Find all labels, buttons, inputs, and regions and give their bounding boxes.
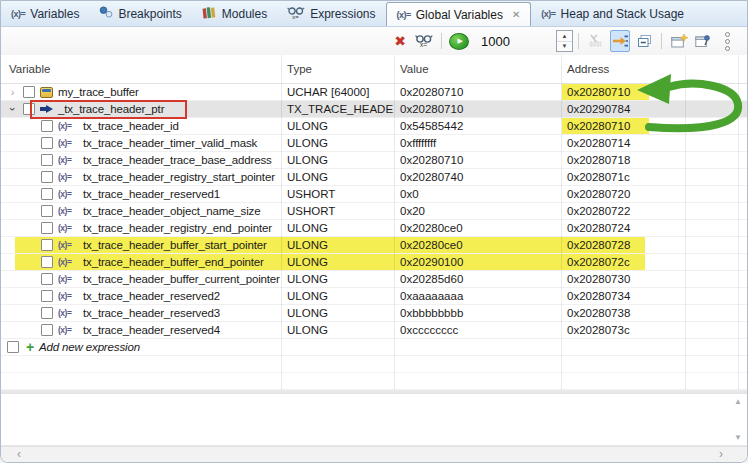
variable-name: tx_trace_header_buffer_end_pointer	[83, 254, 264, 270]
table-row[interactable]: (x)= tx_trace_header_object_name_size US…	[1, 203, 747, 220]
row-extra-space	[685, 220, 747, 236]
scroll-left-icon[interactable]: ‹	[17, 447, 21, 462]
variable-type: ULONG	[281, 271, 394, 287]
link-with-selection-icon[interactable]	[610, 30, 630, 52]
row-extra-space	[685, 118, 747, 134]
tab-breakpoints[interactable]: Breakpoints	[89, 1, 191, 26]
variable-value: 0x20280ce0	[394, 237, 561, 253]
row-checkbox[interactable]	[41, 290, 53, 302]
row-checkbox[interactable]	[41, 256, 53, 268]
close-icon[interactable]: ✕	[512, 9, 520, 20]
tab-expressions[interactable]: x= Expressions	[277, 1, 385, 26]
view-tabbar: (x)= Variables Breakpoints Modules x= Ex…	[1, 1, 747, 27]
row-checkbox[interactable]	[41, 239, 53, 251]
empty-cell	[685, 339, 747, 355]
expand-chevron-icon[interactable]	[6, 101, 19, 117]
row-checkbox[interactable]	[41, 307, 53, 319]
table-header: Variable Type Value Address	[1, 55, 747, 84]
table-row[interactable]: (x)= tx_trace_header_buffer_start_pointe…	[1, 237, 747, 254]
variable-icon: (x)=	[58, 203, 78, 219]
row-extra-space	[685, 84, 747, 100]
variable-name: tx_trace_header_object_name_size	[83, 203, 260, 219]
variable-icon: (x)=	[58, 169, 78, 185]
table-row[interactable]: (x)= tx_trace_header_reserved4 ULONG 0xc…	[1, 322, 747, 339]
table-row[interactable]: (x)= tx_trace_header_id ULONG 0x54585442…	[1, 118, 747, 135]
spinner-down-icon[interactable]: ▼	[557, 42, 572, 52]
watch-expression-icon[interactable]: x=	[414, 30, 434, 52]
row-checkbox[interactable]	[41, 222, 53, 234]
variable-name: tx_trace_header_id	[83, 118, 179, 134]
column-header-variable[interactable]: Variable	[1, 63, 281, 75]
column-header-value[interactable]: Value	[394, 63, 561, 75]
play-icon: ▶	[457, 37, 462, 45]
expand-chevron-icon[interactable]	[6, 84, 19, 100]
tab-modules[interactable]: Modules	[192, 1, 277, 26]
row-checkbox[interactable]	[41, 154, 53, 166]
variable-address: 0x2028073c	[561, 322, 685, 338]
view-menu-icon[interactable]	[717, 30, 737, 52]
row-checkbox[interactable]	[41, 171, 53, 183]
row-checkbox[interactable]	[41, 324, 53, 336]
variable-name: tx_trace_header_reserved3	[83, 305, 220, 321]
variable-address: 0x2028071c	[561, 169, 685, 185]
variable-value: 0xcccccccc	[394, 322, 561, 338]
variable-value: 0xaaaaaaaa	[394, 288, 561, 304]
spinner-up-icon[interactable]: ▲	[557, 31, 572, 42]
table-row[interactable]: (x)= tx_trace_header_reserved3 ULONG 0xb…	[1, 305, 747, 322]
add-new-expression-row[interactable]: +Add new expression	[1, 339, 747, 356]
refresh-interval-value[interactable]: 1000	[481, 34, 510, 49]
table-row[interactable]: _tx_trace_header_ptr TX_TRACE_HEADE... 0…	[1, 101, 747, 118]
table-row[interactable]: (x)= tx_trace_header_buffer_current_poin…	[1, 271, 747, 288]
row-checkbox[interactable]	[23, 103, 35, 115]
row-extra-space	[685, 101, 747, 117]
variable-address: 0x20280728	[561, 237, 685, 253]
table-row[interactable]: (x)= tx_trace_header_reserved2 ULONG 0xa…	[1, 288, 747, 305]
column-header-address[interactable]: Address	[561, 63, 685, 75]
scroll-right-icon[interactable]: ›	[719, 447, 723, 462]
row-extra-space	[685, 135, 747, 151]
scroll-up-icon[interactable]: ▲	[734, 397, 742, 406]
horizontal-scrollbar[interactable]: ‹ ›	[1, 446, 747, 462]
table-row[interactable]: (x)= tx_trace_header_registry_start_poin…	[1, 169, 747, 186]
row-checkbox[interactable]	[23, 86, 35, 98]
row-checkbox[interactable]	[41, 205, 53, 217]
vertical-scrollbar[interactable]: ▲ ▼	[731, 394, 745, 445]
column-header-type[interactable]: Type	[281, 63, 394, 75]
remove-all-icon[interactable]: ✖	[390, 30, 410, 52]
variable-icon: (x)=	[58, 254, 78, 270]
detail-pane[interactable]: ▲ ▼	[1, 394, 747, 446]
open-new-view-icon[interactable]	[669, 30, 689, 52]
row-checkbox[interactable]	[7, 341, 19, 353]
row-checkbox[interactable]	[41, 120, 53, 132]
variable-name: tx_trace_header_trace_base_address	[83, 152, 272, 168]
refresh-run-icon[interactable]: ▶	[449, 33, 469, 50]
row-extra-space	[685, 203, 747, 219]
variable-name: tx_trace_header_reserved1	[83, 186, 220, 202]
variable-type: ULONG	[281, 118, 394, 134]
interval-spinner[interactable]: ▲▼	[556, 30, 573, 52]
scroll-down-icon[interactable]: ▼	[734, 433, 742, 442]
variable-type: TX_TRACE_HEADE...	[281, 101, 394, 117]
table-row[interactable]: (x)= tx_trace_header_reserved1 USHORT 0x…	[1, 186, 747, 203]
variable-address: 0x20280724	[561, 220, 685, 236]
table-row[interactable]: (x)= tx_trace_header_timer_valid_mask UL…	[1, 135, 747, 152]
table-row[interactable]: my_trace_buffer UCHAR [64000] 0x20280710…	[1, 84, 747, 101]
variable-type: ULONG	[281, 220, 394, 236]
view-toolbar: ✖ x= ▶ 1000 ▲▼	[1, 27, 747, 55]
tab-global-variables[interactable]: (x)= Global Variables ✕	[386, 2, 532, 26]
row-checkbox[interactable]	[41, 137, 53, 149]
variable-address: 0x20280710	[561, 118, 685, 134]
table-row[interactable]: (x)= tx_trace_header_buffer_end_pointer …	[1, 254, 747, 271]
row-checkbox[interactable]	[41, 273, 53, 285]
tab-heap-and-stack-usage[interactable]: (x)= Heap and Stack Usage	[531, 1, 694, 26]
table-row[interactable]: (x)= tx_trace_header_registry_end_pointe…	[1, 220, 747, 237]
collapse-all-icon[interactable]	[634, 30, 654, 52]
global-variables-icon: (x)=	[397, 10, 411, 20]
variable-name: _tx_trace_header_ptr	[58, 101, 164, 117]
pin-view-icon[interactable]	[693, 30, 713, 52]
variable-icon	[40, 87, 53, 98]
tab-variables[interactable]: (x)= Variables	[1, 1, 89, 26]
variable-address: 0x20280710	[561, 84, 685, 100]
row-checkbox[interactable]	[41, 188, 53, 200]
table-row[interactable]: (x)= tx_trace_header_trace_base_address …	[1, 152, 747, 169]
